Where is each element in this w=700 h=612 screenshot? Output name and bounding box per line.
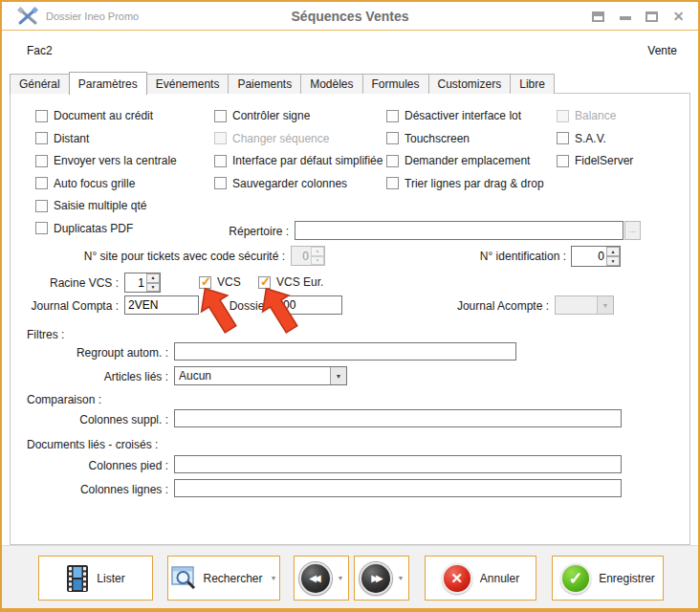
site-securite-input bbox=[292, 247, 311, 265]
articles-lies-label: Articles liés : bbox=[59, 370, 168, 383]
repertoire-browse-button[interactable]: ... bbox=[624, 221, 641, 240]
chevron-down-icon[interactable] bbox=[271, 575, 277, 581]
checkbox-sauvegarder-colonnes[interactable]: Sauvegarder colonnes bbox=[214, 177, 383, 190]
regroupt-input[interactable] bbox=[174, 342, 516, 361]
colonnes-pied-input[interactable] bbox=[174, 455, 622, 473]
checkbox-column-3: Désactiver interface lot Touchscreen Dem… bbox=[386, 109, 544, 190]
checkbox-saisie-multiple-qte[interactable]: Saisie multiple qté bbox=[35, 199, 177, 212]
colonnes-pied-label: Colonnes pied : bbox=[59, 459, 168, 472]
save-check-icon bbox=[560, 563, 591, 594]
checkbox-icon bbox=[386, 155, 399, 167]
site-securite-spinner bbox=[291, 246, 325, 266]
checkbox-touchscreen[interactable]: Touchscreen bbox=[386, 132, 544, 145]
close-icon[interactable] bbox=[671, 10, 686, 24]
section-documents-lies: Documents liés - croisés : bbox=[27, 438, 158, 451]
colonnes-lignes-label: Colonnes lignes : bbox=[59, 483, 168, 496]
checkbox-icon bbox=[35, 222, 48, 234]
tab-strip: Général Paramètres Evénements Paiements … bbox=[10, 71, 554, 94]
checkbox-duplicatas-pdf[interactable]: Duplicatas PDF bbox=[35, 222, 177, 235]
checkbox-icon bbox=[214, 177, 227, 189]
checkbox-icon bbox=[386, 110, 399, 122]
checkbox-demander-emplacement[interactable]: Demander emplacement bbox=[386, 154, 544, 167]
checkbox-icon bbox=[557, 132, 569, 144]
sequences-ventes-window: Dossier Ineo Promo Séquences Ventes Fac2… bbox=[0, 0, 700, 612]
tab-modeles[interactable]: Modèles bbox=[300, 74, 362, 94]
chevron-down-icon[interactable] bbox=[338, 575, 344, 581]
maximize-icon[interactable] bbox=[645, 10, 659, 24]
checkbox-icon bbox=[386, 132, 399, 144]
checkbox-desactiver-interface-lot[interactable]: Désactiver interface lot bbox=[386, 109, 544, 122]
racine-vcs-input[interactable] bbox=[125, 273, 146, 292]
journal-acompte-dropdown bbox=[555, 295, 614, 315]
identification-input[interactable] bbox=[572, 247, 606, 266]
chevron-down-icon[interactable] bbox=[398, 575, 405, 581]
checkbox-icon bbox=[35, 200, 48, 212]
checkbox-distant[interactable]: Distant bbox=[35, 132, 177, 145]
checkbox-column-4: Balance S.A.V. FidelServer bbox=[557, 109, 633, 167]
section-filtres: Filtres : bbox=[27, 328, 64, 341]
checkbox-icon bbox=[214, 155, 227, 167]
next-record-button[interactable] bbox=[354, 556, 409, 601]
journal-compta-label: Journal Compta : bbox=[21, 299, 119, 313]
checkbox-icon bbox=[214, 110, 227, 122]
colonnes-lignes-input[interactable] bbox=[174, 479, 622, 497]
checkbox-changer-sequence: Changer séquence bbox=[214, 132, 383, 145]
spin-down-icon[interactable] bbox=[606, 256, 620, 266]
film-icon bbox=[66, 565, 89, 592]
regroupt-label: Regroupt autom. : bbox=[59, 346, 168, 360]
previous-record-button[interactable] bbox=[294, 556, 349, 601]
checkbox-document-au-credit[interactable]: Document au crédit bbox=[35, 109, 177, 122]
checkbox-icon bbox=[35, 110, 48, 122]
checkbox-balance: Balance bbox=[557, 109, 633, 122]
tab-libre[interactable]: Libre bbox=[510, 74, 555, 94]
checkbox-sav[interactable]: S.A.V. bbox=[557, 132, 633, 145]
chevron-down-icon bbox=[597, 296, 613, 314]
chevron-down-icon bbox=[330, 367, 346, 384]
checkbox-icon bbox=[386, 177, 399, 189]
checkbox-trier-lignes-drag-drop[interactable]: Trier lignes par drag & drop bbox=[386, 177, 544, 190]
tab-general[interactable]: Général bbox=[10, 74, 70, 94]
section-comparaison: Comparaison : bbox=[27, 393, 101, 406]
tab-paiements[interactable]: Paiements bbox=[228, 74, 301, 94]
articles-lies-dropdown[interactable]: Aucun bbox=[174, 366, 347, 385]
lister-button[interactable]: Lister bbox=[38, 556, 153, 601]
window-restore-icon[interactable] bbox=[591, 10, 605, 24]
identification-spinner[interactable] bbox=[571, 246, 621, 267]
search-icon bbox=[171, 566, 196, 590]
repertoire-label: Répertoire : bbox=[193, 225, 289, 238]
checkbox-icon bbox=[557, 110, 569, 122]
next-icon bbox=[360, 562, 392, 595]
checkbox-icon bbox=[35, 177, 48, 189]
checkbox-fidelserver[interactable]: FidelServer bbox=[557, 154, 633, 167]
annuler-button[interactable]: Annuler bbox=[425, 556, 536, 601]
spin-up-icon[interactable] bbox=[606, 247, 620, 256]
checkbox-controler-signe[interactable]: Contrôler signe bbox=[214, 109, 383, 122]
title-bar: Dossier Ineo Promo Séquences Ventes bbox=[2, 2, 698, 31]
window-controls bbox=[591, 2, 686, 31]
tab-parametres[interactable]: Paramètres bbox=[69, 72, 147, 95]
checkbox-column-1: Document au crédit Distant Envoyer vers … bbox=[35, 109, 177, 235]
checkbox-interface-defaut-simplifiee[interactable]: Interface par défaut simplifiée bbox=[214, 154, 383, 167]
footer-bar: Lister Rechercher Annuler Enregis bbox=[2, 545, 698, 608]
checkbox-auto-focus-grille[interactable]: Auto focus grille bbox=[35, 177, 177, 190]
cancel-icon bbox=[442, 563, 472, 594]
spin-down-icon[interactable] bbox=[146, 283, 160, 293]
minimize-icon[interactable] bbox=[618, 10, 632, 24]
checkbox-icon bbox=[35, 132, 48, 144]
colonnes-suppl-input[interactable] bbox=[174, 409, 622, 427]
checkbox-icon bbox=[35, 155, 48, 167]
checkbox-envoyer-centrale[interactable]: Envoyer vers la centrale bbox=[35, 154, 177, 167]
enregistrer-button[interactable]: Enregistrer bbox=[552, 556, 664, 601]
tab-formules[interactable]: Formules bbox=[362, 74, 429, 94]
sequence-code-label: Fac2 bbox=[27, 44, 53, 57]
tab-customizers[interactable]: Customizers bbox=[428, 74, 512, 94]
repertoire-input[interactable] bbox=[295, 221, 623, 240]
tab-evenements[interactable]: Evénements bbox=[146, 74, 230, 94]
checkbox-icon bbox=[557, 155, 569, 167]
journal-compta-input[interactable] bbox=[124, 295, 199, 315]
spin-up-icon[interactable] bbox=[146, 273, 160, 283]
rechercher-button[interactable]: Rechercher bbox=[167, 556, 280, 601]
site-securite-label: N° site pour tickets avec code sécurité … bbox=[21, 250, 285, 263]
racine-vcs-spinner[interactable] bbox=[124, 273, 161, 293]
previous-icon bbox=[299, 562, 332, 595]
